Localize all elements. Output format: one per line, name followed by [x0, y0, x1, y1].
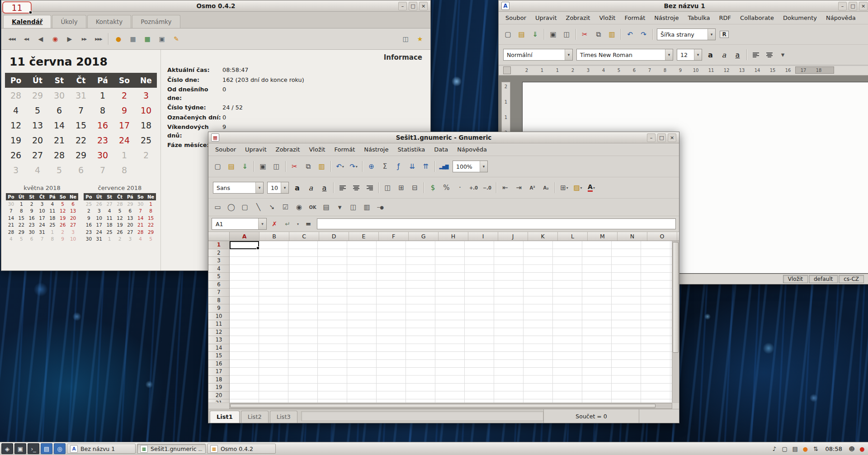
calendar-day[interactable]: 17 — [113, 118, 135, 133]
column-header[interactable]: M — [588, 232, 618, 241]
menu-item[interactable]: Formát — [620, 13, 649, 23]
undo-button[interactable]: ↶▾ — [334, 160, 346, 173]
menu-item[interactable]: Upravit — [531, 13, 561, 23]
calendar-day[interactable]: 7 — [37, 236, 47, 243]
calendar-day[interactable]: 29 — [146, 228, 156, 236]
frame-tool[interactable]: ▢ — [239, 201, 251, 213]
calendar-day[interactable]: 23 — [27, 222, 37, 229]
menu-item[interactable]: Soubor — [501, 13, 530, 23]
maximize-button[interactable]: □ — [657, 133, 666, 142]
calendar-day[interactable]: 3 — [135, 88, 157, 103]
menu-item[interactable]: Nápověda — [822, 13, 860, 23]
taskbar-clock[interactable]: 08:58 — [822, 446, 846, 452]
row-header[interactable]: 20 — [208, 392, 229, 400]
calendar-day[interactable]: 18 — [47, 214, 57, 222]
calendar-day[interactable]: 20 — [68, 214, 78, 222]
row-header[interactable]: 4 — [208, 265, 229, 273]
menu-item[interactable]: Nápověda — [453, 145, 491, 154]
print-preview-button[interactable]: ◫ — [270, 160, 283, 173]
separator[interactable] — [496, 182, 497, 193]
font-size-combo[interactable]: 10▾ — [267, 182, 289, 194]
decrease-indent-button[interactable]: ⇤ — [499, 181, 512, 194]
line-tool[interactable]: ╲ — [252, 201, 265, 213]
calendar-day[interactable]: 27 — [68, 222, 78, 229]
accept-edit-button[interactable]: ↵ — [282, 218, 293, 229]
calendar-day[interactable]: 22 — [70, 133, 92, 147]
calendar-day[interactable]: 7 — [135, 208, 146, 215]
user-icon[interactable]: ☻ — [847, 444, 856, 453]
align-right-button[interactable] — [363, 181, 376, 194]
calendar-day[interactable]: 26 — [115, 228, 125, 236]
calendar-day[interactable]: 9 — [57, 236, 68, 243]
background-color-button[interactable]: ▨▾ — [571, 181, 584, 194]
calendar-day[interactable]: 28 — [48, 147, 70, 162]
insert-function-button[interactable]: ƒ — [392, 160, 405, 173]
calendar-day[interactable]: 8 — [113, 162, 135, 177]
calendar-day[interactable]: 19 — [57, 214, 68, 222]
calendar-day[interactable]: 1 — [16, 200, 27, 208]
calendar-day[interactable]: 28 — [135, 228, 146, 236]
calendar-day[interactable]: 7 — [92, 162, 113, 177]
combobox-tool[interactable]: ▼ — [334, 201, 346, 213]
row-header[interactable]: 10 — [208, 313, 229, 321]
toolbar-overflow-button[interactable]: ▾ — [777, 48, 789, 61]
row-header[interactable]: 19 — [208, 384, 229, 392]
calendar-day[interactable]: 10 — [135, 103, 157, 118]
abiword-titlebar[interactable]: A Bez názvu 1 – □ × — [499, 0, 868, 12]
calendar-day[interactable]: 5 — [48, 162, 70, 177]
sheet-tab[interactable]: List2 — [241, 411, 269, 423]
separator[interactable] — [652, 29, 653, 40]
calendar-day[interactable]: 31 — [37, 228, 47, 236]
menu-item[interactable]: Vložit — [595, 13, 619, 23]
osmo-tab[interactable]: Kontakty — [87, 15, 132, 28]
cell-name-box[interactable]: A1▾ — [212, 218, 267, 230]
row-header[interactable]: 3 — [208, 257, 229, 265]
calendar-day[interactable]: 4 — [6, 236, 16, 243]
calendar-day[interactable]: 3 — [37, 200, 47, 208]
next-month-button[interactable]: ▶▶ — [77, 32, 91, 46]
menu-item[interactable]: Tabulka — [684, 13, 714, 23]
osmo-titlebar[interactable]: Osmo 0.4.2 – □ × — [1, 0, 430, 12]
calendar-day[interactable]: 13 — [68, 208, 78, 215]
increase-precision-button[interactable]: +.0 — [467, 181, 480, 194]
sheet-grid[interactable] — [230, 241, 672, 403]
revision-mode-button[interactable]: R — [718, 28, 731, 41]
cancel-edit-button[interactable]: ✗ — [269, 218, 280, 229]
menu-item[interactable]: Collaborate — [736, 13, 778, 23]
separator[interactable] — [330, 161, 331, 172]
separator[interactable] — [333, 182, 334, 193]
calendar-day[interactable]: 8 — [16, 208, 27, 215]
calendar-day[interactable]: 1 — [104, 236, 115, 243]
font-color-button[interactable]: A▾ — [585, 181, 598, 194]
calendar-day[interactable]: 7 — [6, 208, 16, 215]
formula-input[interactable] — [317, 218, 676, 229]
calendar-day[interactable]: 3 — [5, 162, 27, 177]
calendar-day[interactable]: 21 — [135, 222, 146, 229]
equals-button[interactable]: = — [303, 218, 314, 229]
accept-dropdown-icon[interactable]: ▾ — [295, 222, 301, 226]
prev-day-button[interactable]: ◀ — [34, 32, 47, 46]
menu-item[interactable]: Soubor — [211, 145, 240, 154]
menu-item[interactable]: Vložit — [305, 145, 329, 154]
calendar-day[interactable]: 19 — [115, 222, 125, 229]
insert-chart-button[interactable]: ▂▅▇ — [438, 160, 450, 173]
align-left-button[interactable] — [750, 48, 762, 61]
calendar-day[interactable]: 15 — [70, 118, 92, 133]
calendar-day[interactable]: 3 — [94, 208, 104, 215]
calendar-day[interactable]: 5 — [57, 200, 68, 208]
calendar-day[interactable]: 6 — [68, 200, 78, 208]
calendar-day[interactable]: 5 — [27, 103, 48, 118]
calendar-day[interactable]: 28 — [115, 200, 125, 208]
calendar-day[interactable]: 6 — [27, 236, 37, 243]
calendar-day[interactable]: 9 — [84, 214, 94, 222]
column-header[interactable]: N — [618, 232, 647, 241]
calendar-day[interactable]: 5 — [146, 236, 156, 243]
calendar-day[interactable]: 21 — [6, 222, 16, 229]
calendar-day[interactable]: 3 — [68, 228, 78, 236]
bold-button[interactable]: a — [704, 48, 717, 61]
menu-item[interactable]: RDF — [715, 13, 736, 23]
task-osmo[interactable]: ▦ Osmo 0.4.2 — [207, 444, 276, 454]
menu-item[interactable]: Upravit — [241, 145, 270, 154]
calendar-day[interactable]: 4 — [27, 162, 48, 177]
prev-year-button[interactable]: ◀◀◀ — [5, 32, 19, 46]
